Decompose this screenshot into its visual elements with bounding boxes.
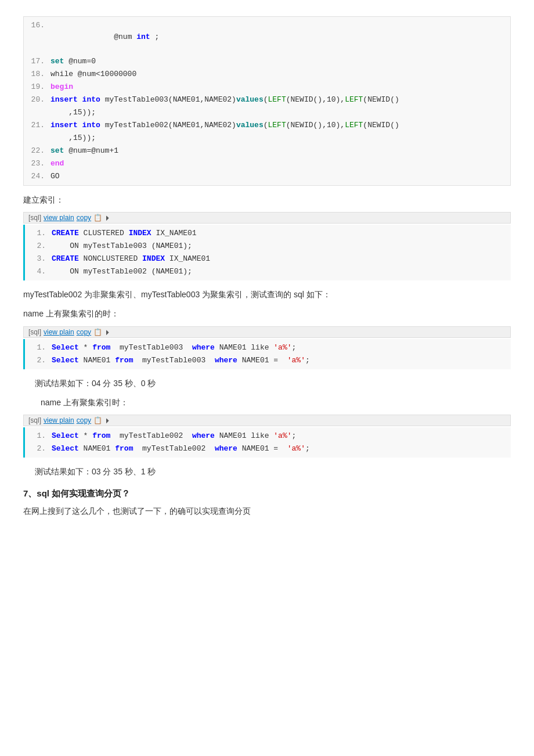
code-line: 2. Select NAME01 from myTestTable003 whe… (25, 354, 511, 367)
toolbar-copy-link-3[interactable]: copy (77, 416, 91, 424)
code-line: 3. CREATE NONCLUSTERED INDEX IX_NAME01 (25, 253, 511, 265)
code-line: 19. begin (24, 81, 510, 93)
line-number: 3. (30, 253, 46, 265)
desc-2: name 上有聚集索引的时： (23, 307, 511, 321)
code-line: 23. end (24, 157, 510, 170)
desc-1: myTestTable002 为非聚集索引、myTestTable003 为聚集… (23, 287, 511, 302)
line-number: 17. (28, 56, 45, 67)
toolbar-bracket: [sql] (28, 416, 41, 424)
toolbar-bracket: [sql] (28, 328, 41, 336)
line-number: 1. (30, 228, 46, 239)
toolbar-2: [sql] view plain copy 📋 ⏵ (23, 326, 511, 338)
print-icon-2[interactable]: ⏵ (104, 328, 111, 336)
print-icon-3[interactable]: ⏵ (104, 416, 111, 424)
code-line: ,15)); (24, 132, 510, 145)
line-number: 22. (28, 145, 45, 157)
code-text: set @num=@num+1 (50, 145, 506, 157)
code-block-4: 1. Select * from myTestTable002 where NA… (23, 427, 511, 458)
code-text: insert into myTestTable003(NAME01,NAME02… (50, 94, 506, 106)
toolbar-1: [sql] view plain copy 📋 ⏵ (23, 212, 511, 224)
code-line: 2. Select NAME01 from myTestTable002 whe… (25, 442, 511, 455)
code-text: set @num=0 (50, 56, 506, 67)
code-line: 24. GO (24, 170, 510, 183)
section-7-desc-text: 在网上搜到了这么几个，也测试了一下，的确可以实现查询分页 (23, 506, 251, 516)
code-text: Select * from myTestTable002 where NAME0… (52, 430, 506, 442)
line-number: 23. (28, 158, 45, 170)
result-2: 测试结果如下：03 分 35 秒、1 秒 (35, 465, 511, 479)
copy-icon[interactable]: 📋 (93, 214, 102, 222)
desc-text-2: name 上有聚集索引的时： (23, 309, 119, 318)
toolbar-copy-link-2[interactable]: copy (77, 328, 91, 336)
code-line: 17. set @num=0 (24, 55, 510, 68)
code-text: @num int ; (50, 20, 506, 55)
code-line: 1. Select * from myTestTable002 where NA… (25, 430, 511, 442)
code-text: Select NAME01 from myTestTable003 where … (52, 355, 506, 366)
code-block-2: 1. CREATE CLUSTERED INDEX IX_NAME01 2. O… (23, 225, 511, 280)
code-line: 21. insert into myTestTable002(NAME01,NA… (24, 119, 510, 132)
code-text: while @num<10000000 (50, 69, 506, 80)
code-text: CREATE NONCLUSTERED INDEX IX_NAME01 (52, 253, 506, 265)
view-plain-link-3[interactable]: view plain (44, 416, 74, 424)
toolbar-copy-link[interactable]: copy (77, 214, 91, 222)
copy-icon-2[interactable]: 📋 (93, 328, 102, 336)
view-plain-link[interactable]: view plain (44, 214, 74, 222)
code-line: 4. ON myTestTable002 (NAME01); (25, 265, 511, 278)
code-line: 18. while @num<10000000 (24, 68, 510, 81)
code-text: begin (50, 81, 506, 93)
code-text: ON myTestTable003 (NAME01); (52, 240, 506, 252)
line-number: 2. (30, 443, 46, 455)
code-text: Select NAME01 from myTestTable002 where … (52, 443, 506, 455)
code-line: 20. insert into myTestTable003(NAME01,NA… (24, 93, 510, 106)
line-number: 16. (28, 20, 45, 31)
section-7-heading: 7、sql 如何实现查询分页？ (23, 488, 511, 499)
code-block-3: 1. Select * from myTestTable003 where NA… (23, 339, 511, 369)
code-line: 22. set @num=@num+1 (24, 145, 510, 157)
copy-icon-3[interactable]: 📋 (93, 416, 102, 424)
line-number: 20. (28, 94, 45, 106)
section-label: 建立索引： (23, 195, 64, 204)
result-1: 测试结果如下：04 分 35 秒、0 秒 (35, 376, 511, 391)
code-block-1: 16. @num int ; 17. set @num=0 18. while … (23, 16, 511, 186)
code-text: ,15)); (50, 107, 506, 118)
desc-text-1: myTestTable002 为非聚集索引、myTestTable003 为聚集… (23, 290, 331, 299)
code-text: insert into myTestTable002(NAME01,NAME02… (50, 120, 506, 131)
view-plain-link-2[interactable]: view plain (44, 328, 74, 336)
code-line: 1. Select * from myTestTable003 where NA… (25, 341, 511, 354)
toolbar-bracket: [sql] (28, 214, 41, 222)
desc-3: name 上有聚集索引时： (41, 395, 511, 410)
code-line: 1. CREATE CLUSTERED INDEX IX_NAME01 (25, 227, 511, 240)
line-number: 1. (30, 430, 46, 442)
line-number: 4. (30, 266, 46, 278)
line-number: 24. (28, 171, 45, 182)
line-number: 21. (28, 120, 45, 131)
code-line: 2. ON myTestTable003 (NAME01); (25, 240, 511, 253)
line-number: 2. (30, 355, 46, 366)
code-line: 16. @num int ; (24, 19, 510, 55)
code-text: GO (50, 171, 506, 182)
code-text: Select * from myTestTable003 where NAME0… (52, 342, 506, 354)
section-jianlisuoyin: 建立索引： (23, 193, 511, 207)
line-number: 1. (30, 342, 46, 354)
section-7-desc: 在网上搜到了这么几个，也测试了一下，的确可以实现查询分页 (23, 504, 511, 519)
code-text: CREATE CLUSTERED INDEX IX_NAME01 (52, 228, 506, 239)
result-text-2: 测试结果如下：03 分 35 秒、1 秒 (35, 467, 156, 476)
toolbar-3: [sql] view plain copy 📋 ⏵ (23, 415, 511, 426)
result-text-1: 测试结果如下：04 分 35 秒、0 秒 (35, 379, 156, 388)
desc-text-3: name 上有聚集索引时： (41, 398, 128, 407)
section-7-label: 7、sql 如何实现查询分页？ (23, 488, 130, 498)
code-text: end (50, 158, 506, 170)
line-number: 19. (28, 81, 45, 93)
line-number: 18. (28, 69, 45, 80)
code-text: ,15)); (50, 132, 506, 144)
print-icon[interactable]: ⏵ (104, 214, 111, 222)
code-text: ON myTestTable002 (NAME01); (52, 266, 506, 278)
line-number: 2. (30, 240, 46, 252)
code-line: ,15)); (24, 106, 510, 119)
